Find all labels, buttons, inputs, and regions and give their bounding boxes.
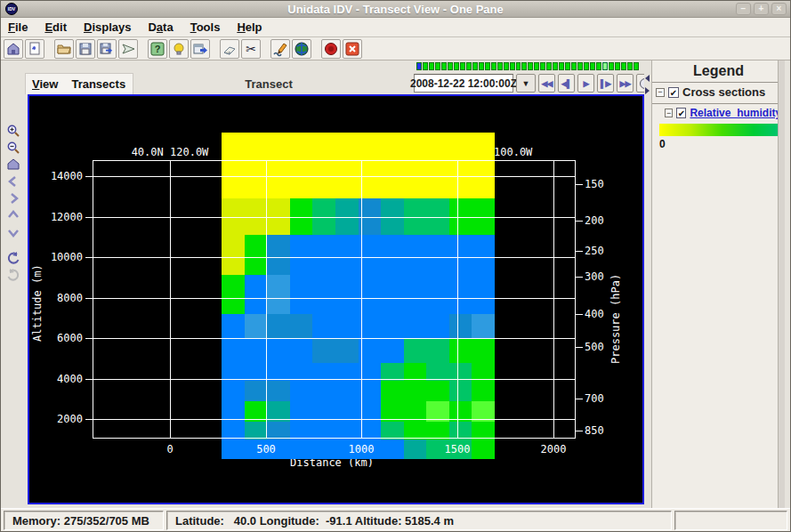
rewind-button[interactable]: ◀◀: [538, 74, 555, 93]
timeline-step[interactable]: [479, 62, 484, 70]
redo-button[interactable]: [4, 267, 23, 282]
timeline-step[interactable]: [454, 62, 459, 70]
collapse-left-icon[interactable]: [645, 75, 650, 82]
new-display-button[interactable]: [25, 39, 44, 59]
timeline-step[interactable]: [448, 62, 453, 70]
show-dashboard-button[interactable]: [4, 39, 23, 59]
timeline-step[interactable]: [416, 62, 422, 70]
timeline-step[interactable]: [584, 62, 589, 70]
pan-right-button[interactable]: [4, 190, 23, 206]
menu-transects[interactable]: Transects: [71, 77, 135, 91]
save-as-button[interactable]: [97, 39, 117, 59]
remove-displays-button[interactable]: [220, 39, 239, 59]
redo-icon: [6, 268, 20, 282]
pan-down-button[interactable]: [4, 224, 23, 239]
timeline-step[interactable]: [559, 62, 564, 70]
zoom-out-button[interactable]: [4, 140, 23, 155]
pan-left-button[interactable]: [4, 173, 23, 189]
step-back-button[interactable]: ◀▌: [558, 74, 575, 93]
open-file-button[interactable]: [54, 39, 74, 59]
timeline-step[interactable]: [571, 62, 577, 70]
stop-button[interactable]: [321, 39, 341, 59]
data-chooser-button[interactable]: [169, 39, 189, 59]
pressure-tick-label: 400: [585, 308, 626, 320]
time-dropdown-button[interactable]: ▼: [516, 74, 536, 93]
undo-button[interactable]: [4, 250, 23, 265]
pan-up-button[interactable]: [4, 207, 23, 222]
timeline-step[interactable]: [528, 62, 533, 70]
home-view-button[interactable]: [4, 157, 23, 172]
step-forward-button[interactable]: ▌▶: [597, 74, 614, 93]
legend-scrollbar[interactable]: [778, 60, 785, 508]
legend-colorbar[interactable]: [659, 124, 785, 136]
save-button[interactable]: [76, 39, 95, 59]
timeline-step[interactable]: [609, 62, 614, 70]
title-bar[interactable]: IDV Unidata IDV - Transect View - One Pa…: [1, 1, 790, 18]
menu-view[interactable]: View: [32, 77, 68, 91]
timeline-step[interactable]: [546, 62, 552, 70]
timeline-step[interactable]: [491, 62, 496, 70]
timeline-step[interactable]: [596, 62, 601, 70]
timeline-step[interactable]: [510, 62, 515, 70]
menu-displays[interactable]: Displays: [84, 20, 141, 34]
timeline-step[interactable]: [590, 62, 595, 70]
section-visibility-checkbox[interactable]: ✔: [668, 87, 679, 98]
timeline-step[interactable]: [627, 62, 633, 70]
item-visibility-checkbox[interactable]: ✔: [676, 108, 686, 118]
timeline-step[interactable]: [485, 62, 490, 70]
timeline-step[interactable]: [565, 62, 570, 70]
chevron-up-icon: [6, 208, 20, 222]
timeline-step[interactable]: [634, 62, 639, 70]
collapse-right-icon[interactable]: [645, 87, 650, 94]
timeline-step[interactable]: [577, 62, 583, 70]
timeline-step[interactable]: [423, 62, 428, 70]
drawing-button[interactable]: [270, 39, 290, 59]
time-field[interactable]: 2008-12-22 12:00:00Z: [414, 74, 513, 93]
timeline-step[interactable]: [429, 62, 434, 70]
collapse-section-button[interactable]: −: [656, 88, 665, 97]
fast-forward-button[interactable]: ▶▶: [617, 74, 634, 93]
lightbulb-icon: [171, 41, 187, 57]
menu-data[interactable]: Data: [148, 20, 182, 34]
timeline-step[interactable]: [553, 62, 558, 70]
transect-display-panel[interactable]: Location 40.0N 120.0W 40.0N 100.0W Altit…: [28, 94, 644, 504]
timeline-step[interactable]: [615, 62, 620, 70]
collapse-item-button[interactable]: −: [665, 109, 673, 117]
tick-mark: [576, 184, 583, 185]
show-display-window-button[interactable]: [190, 39, 210, 59]
menu-help[interactable]: Help: [237, 20, 271, 34]
timeline-step[interactable]: [460, 62, 465, 70]
legend-panel: Legend − ✔ Cross sections − ✔ Relative_h…: [651, 60, 785, 508]
tick-mark: [85, 338, 93, 339]
close-button[interactable]: ×: [771, 3, 787, 15]
display-control-link[interactable]: Relative_humidity -_: [690, 107, 785, 119]
publish-button[interactable]: [118, 39, 138, 59]
field-selector-button[interactable]: ?: [148, 39, 167, 59]
timeline-step[interactable]: [472, 62, 478, 70]
timeline-step[interactable]: [521, 62, 527, 70]
zoom-in-button[interactable]: [4, 123, 23, 138]
timeline-step[interactable]: [602, 62, 608, 70]
menu-edit[interactable]: Edit: [44, 20, 77, 34]
split-pane-divider[interactable]: [644, 60, 651, 508]
cut-button[interactable]: ✂: [241, 39, 261, 59]
timeline-step[interactable]: [441, 62, 447, 70]
timeline-step[interactable]: [621, 62, 626, 70]
timeline-step[interactable]: [497, 62, 503, 70]
timeline-step[interactable]: [435, 62, 440, 70]
menu-file[interactable]: File: [8, 20, 37, 34]
timeline-step[interactable]: [534, 62, 539, 70]
menu-tools[interactable]: Tools: [190, 20, 230, 34]
exit-button[interactable]: [343, 39, 362, 59]
timeline-step[interactable]: [540, 62, 545, 70]
chevron-left-icon: [6, 174, 20, 189]
minimize-button[interactable]: −: [736, 3, 751, 15]
globe-button[interactable]: [292, 39, 311, 59]
maximize-button[interactable]: +: [754, 3, 769, 15]
play-button[interactable]: ▶: [577, 74, 594, 93]
timeline-step[interactable]: [466, 62, 472, 70]
timeline-step[interactable]: [504, 62, 509, 70]
timeline-step[interactable]: [516, 62, 521, 70]
heatmap-cell: [290, 133, 312, 159]
legend-title: Legend: [652, 63, 785, 79]
